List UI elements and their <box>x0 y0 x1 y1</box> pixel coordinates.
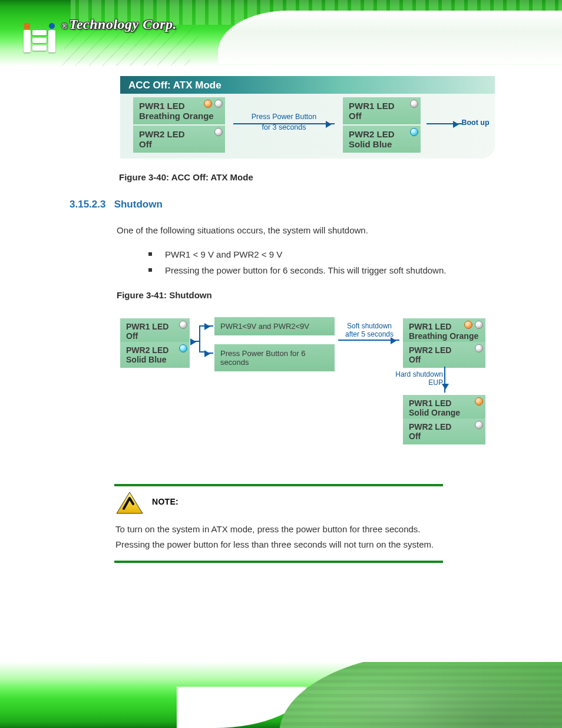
note-title: NOTE: <box>152 491 178 506</box>
d2-led2-box: PWR2 LED Solid Blue <box>120 342 190 368</box>
page-number: 48 <box>64 711 74 721</box>
page-label: Page <box>41 711 61 721</box>
shutdown-intro: One of the following situations occurs, … <box>117 223 488 238</box>
d2-led4-box: PWR2 LED Off <box>403 342 485 368</box>
led-off-icon <box>214 128 223 136</box>
d2-cond1-box: PWR1<9V and PWR2<9V <box>214 317 335 335</box>
d2-cond2-box: Press Power Button for 6 seconds <box>214 344 335 371</box>
iei-mark <box>24 23 55 52</box>
bullet-2: Pressing the power button for 6 seconds.… <box>148 262 478 278</box>
d2-led4-state: Off <box>409 355 480 364</box>
bullet-1: PWR1 < 9 V and PWR2 < 9 V <box>148 246 478 262</box>
arrow2-label: Boot up <box>455 118 496 127</box>
d2-led4-name: PWR2 LED <box>409 345 480 355</box>
led-blue-icon <box>179 344 187 353</box>
heading-text: Shutdown <box>114 199 163 210</box>
d2-hard-1: Hard shutdown <box>389 370 443 378</box>
arrow1-label-2: for 3 seconds <box>231 123 337 131</box>
footer-band: Page 48 <box>0 662 562 728</box>
note-rule-bottom <box>114 561 443 563</box>
d1-led2-state: Off <box>139 139 219 149</box>
led-off-icon <box>214 100 223 108</box>
d1-led4-name: PWR2 LED <box>349 129 415 139</box>
d1-led4-state: Solid Blue <box>349 139 415 149</box>
d1-led2-name: PWR2 LED <box>139 129 219 139</box>
led-off-icon <box>475 421 483 429</box>
d2-cond1: PWR1<9V and PWR2<9V <box>220 322 309 331</box>
d2-arrow-soft <box>338 340 399 341</box>
led-blue-icon <box>410 128 418 136</box>
note-block: NOTE: To turn on the system in ATX mode,… <box>114 484 443 563</box>
d2-led6-name: PWR2 LED <box>409 422 480 431</box>
d2-led5-state: Solid Orange <box>409 408 480 417</box>
d2-led3-state: Breathing Orange <box>409 331 480 341</box>
brand-text: ®Technology Corp. <box>61 17 177 32</box>
d1-led1-box: PWR1 LED Breathing Orange <box>133 97 225 124</box>
header-band: ®Technology Corp. IVS-200-ET2 <box>0 0 562 66</box>
d2-led2-name: PWR2 LED <box>126 345 184 355</box>
d2-hard-2: EUP <box>389 378 443 387</box>
d2-led3-box: PWR1 LED Breathing Orange <box>403 318 485 344</box>
led-off-icon <box>475 321 483 329</box>
brand-name: Technology Corp. <box>69 17 177 32</box>
d2-fork-top <box>206 325 213 327</box>
d2-led1-name: PWR1 LED <box>126 322 184 331</box>
led-off-icon <box>179 321 187 329</box>
led-orange-icon <box>475 397 483 406</box>
d2-led5-name: PWR1 LED <box>409 398 480 408</box>
d2-stem <box>192 341 199 342</box>
diagram2-caption: Figure 3-41: Shutdown <box>117 290 212 300</box>
page-content: ACC Off: ATX Mode PWR1 LED Breathing Ora… <box>0 66 562 662</box>
d1-led2-box: PWR2 LED Off <box>133 126 225 153</box>
diagram1-title: ACC Off: ATX Mode <box>120 76 495 94</box>
d1-led4-box: PWR2 LED Solid Blue <box>343 126 421 153</box>
led-orange-icon <box>204 100 212 108</box>
note-body: To turn on the system in ATX mode, press… <box>114 518 443 561</box>
registered-mark: ® <box>61 22 68 31</box>
shutdown-bullet-list: PWR1 < 9 V and PWR2 < 9 V Pressing the p… <box>148 246 478 278</box>
d2-soft-2: after 5 seconds <box>338 330 401 338</box>
d2-led6-box: PWR2 LED Off <box>403 419 485 444</box>
d2-led6-state: Off <box>409 431 480 441</box>
led-off-icon <box>475 344 483 353</box>
led-off-icon <box>410 100 418 108</box>
d2-led2-state: Solid Blue <box>126 355 184 364</box>
d2-cond2: Press Power Button for 6 seconds <box>220 349 306 367</box>
d1-led1-state: Breathing Orange <box>139 111 219 121</box>
d2-led1-box: PWR1 LED Off <box>120 318 190 344</box>
heading-number: 3.15.2.3 <box>70 199 105 210</box>
footer-pcb-art <box>279 662 562 728</box>
d2-led1-state: Off <box>126 331 184 341</box>
brand-logo: ®Technology Corp. <box>24 17 177 52</box>
led-orange-icon <box>464 321 472 329</box>
d2-fork-bot <box>206 353 213 354</box>
d1-led3-name: PWR1 LED <box>349 101 415 111</box>
svg-marker-0 <box>117 492 143 513</box>
d2-arrow-hard <box>444 367 445 393</box>
diagram1-caption: Figure 3-40: ACC Off: ATX Mode <box>119 172 253 182</box>
diagram-shutdown: PWR1 LED Off PWR2 LED Solid Blue PWR1<9V… <box>117 317 495 459</box>
d2-led5-box: PWR1 LED Solid Orange <box>403 395 485 421</box>
d1-led3-state: Off <box>349 111 415 121</box>
diagram-acc-off-atx: ACC Off: ATX Mode PWR1 LED Breathing Ora… <box>120 76 495 159</box>
d2-soft-1: Soft shutdown <box>338 322 401 330</box>
arrow1-label-1: Press Power Button <box>231 113 337 121</box>
note-warning-icon <box>115 491 144 515</box>
d1-led3-box: PWR1 LED Off <box>343 97 421 124</box>
